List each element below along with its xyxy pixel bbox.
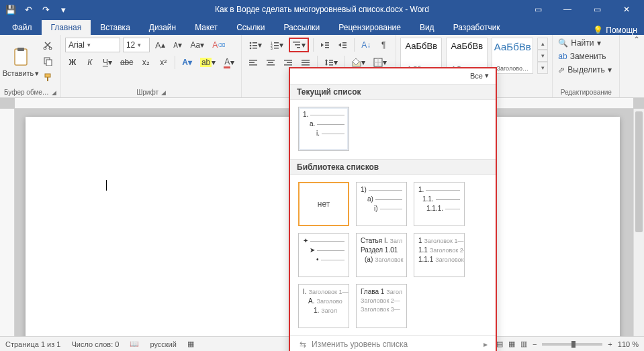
tab-insert[interactable]: Вставка [91, 20, 140, 35]
tile-lib-5[interactable]: 1Заголовок 1— 1.1Заголовок 2— 1.1.1Загол… [414, 233, 465, 277]
increase-indent-button[interactable] [335, 38, 350, 52]
redo-button[interactable]: ↷ [38, 2, 54, 17]
svg-point-8 [250, 42, 252, 44]
clipboard-dialog-launcher[interactable]: ◢ [52, 89, 56, 96]
svg-rect-32 [267, 60, 275, 61]
status-word-count[interactable]: Число слов: 0 [71, 340, 119, 348]
tab-mailings[interactable]: Рассылки [274, 20, 329, 35]
view-read-mode[interactable]: ▤ [496, 340, 503, 348]
qat-customize[interactable]: ▾ [55, 2, 71, 17]
status-page[interactable]: Страница 1 из 1 [5, 340, 60, 348]
change-list-level[interactable]: ⇆ Изменить уровень списка ▸ [290, 335, 496, 350]
font-name-combo[interactable]: Arial▾ [65, 38, 120, 52]
superscript-button[interactable]: x² [156, 55, 171, 70]
sort-button[interactable]: A↓ [359, 38, 373, 52]
vertical-scrollbar[interactable] [633, 109, 644, 336]
tile-current[interactable]: 1. a. i. [298, 107, 349, 151]
align-left-button[interactable] [246, 55, 261, 70]
tell-me-help[interactable]: 💡 Помощн [593, 26, 644, 35]
collapse-ribbon-button[interactable]: ⌃ [629, 35, 644, 97]
svg-rect-25 [325, 47, 329, 48]
change-case-button[interactable]: Aa▾ [188, 38, 208, 52]
tile-lib-1[interactable]: 1) a) i) [356, 182, 407, 226]
copy-button[interactable] [40, 54, 55, 68]
clipboard-icon [10, 46, 32, 68]
group-label-font: Шрифт [136, 89, 158, 96]
svg-rect-36 [287, 62, 292, 64]
tile-lib-2[interactable]: 1. 1.1. 1.1.1. [414, 182, 465, 226]
svg-rect-28 [342, 47, 347, 48]
subscript-button[interactable]: x₂ [138, 55, 153, 70]
select-button[interactable]: ⬀ Выделить▾ [557, 64, 615, 75]
status-spellcheck[interactable]: 📖 [130, 340, 139, 348]
cut-button[interactable] [40, 38, 55, 52]
cursor-icon: ⬀ [558, 65, 565, 74]
style-heading1[interactable]: АаБбВвЗаголово… [492, 38, 533, 74]
status-macro[interactable]: ▦ [187, 340, 194, 348]
tab-references[interactable]: Ссылки [227, 20, 274, 35]
svg-rect-9 [252, 42, 257, 44]
strikethrough-button[interactable]: abc [118, 55, 136, 70]
group-label-clipboard: Буфер обме… [4, 89, 49, 96]
svg-rect-39 [302, 62, 310, 64]
underline-button[interactable]: Ч▾ [100, 55, 115, 70]
ribbon-display-options[interactable]: ▭ [523, 0, 553, 19]
svg-rect-17 [274, 45, 279, 46]
chevron-down-icon: ▾ [485, 71, 489, 80]
close-button[interactable]: ✕ [612, 0, 641, 19]
tile-lib-3[interactable]: ✦ ➤ • [298, 233, 349, 277]
numbering-button[interactable]: 123▾ [267, 38, 286, 52]
svg-rect-11 [252, 45, 257, 46]
grow-font-button[interactable]: A▴ [152, 38, 168, 52]
bullets-button[interactable]: ▾ [246, 38, 265, 52]
tab-layout[interactable]: Макет [185, 20, 227, 35]
tile-lib-6[interactable]: I.Заголовок 1— A.Заголово 1.Загол [298, 284, 349, 328]
view-web-layout[interactable]: ▥ [520, 340, 527, 348]
save-button[interactable]: 💾 [3, 2, 19, 17]
zoom-level[interactable]: 110 % [618, 340, 639, 348]
font-dialog-launcher[interactable]: ◢ [161, 89, 166, 96]
zoom-slider[interactable] [542, 343, 602, 346]
view-print-layout[interactable]: ▦ [508, 340, 515, 348]
tile-none[interactable]: нет [298, 182, 349, 226]
decrease-indent-button[interactable] [318, 38, 332, 52]
minimize-button[interactable]: — [553, 0, 582, 19]
format-painter-button[interactable] [40, 70, 55, 85]
multilevel-list-dropdown: Все▾ Текущий список 1. a. i. Библиотека … [289, 67, 497, 351]
multilevel-list-button[interactable]: ▾ [289, 38, 309, 52]
svg-rect-30 [249, 62, 255, 64]
section-list-library: Библиотека списков [290, 159, 496, 175]
bold-button[interactable]: Ж [65, 55, 80, 70]
font-color-button[interactable]: A▾ [221, 55, 237, 70]
shrink-font-button[interactable]: A▾ [171, 38, 185, 52]
show-marks-button[interactable]: ¶ [376, 38, 391, 52]
tab-developer[interactable]: Разработчик [444, 20, 510, 35]
ribbon-tabs: Файл Главная Вставка Дизайн Макет Ссылки… [0, 19, 644, 35]
replace-button[interactable]: ab Заменить [557, 51, 615, 62]
list-filter-all[interactable]: Все▾ [470, 71, 489, 80]
tab-design[interactable]: Дизайн [140, 20, 185, 35]
styles-gallery-scroll[interactable]: ▴▾▾ [537, 38, 548, 74]
text-effects-button[interactable]: A▾ [179, 55, 195, 70]
svg-rect-35 [284, 60, 292, 61]
vertical-ruler[interactable] [0, 109, 15, 336]
status-language[interactable]: русский [150, 340, 176, 348]
clear-formatting-button[interactable]: A⌫ [210, 38, 228, 52]
zoom-in-button[interactable]: + [608, 340, 612, 348]
maximize-button[interactable]: ▭ [582, 0, 612, 19]
zoom-out-button[interactable]: − [533, 340, 537, 348]
font-size-combo[interactable]: 12▾ [123, 38, 150, 52]
group-editing: 🔍 Найти▾ ab Заменить ⬀ Выделить▾ Редакти… [553, 35, 620, 97]
tab-review[interactable]: Рецензирование [329, 20, 410, 35]
paste-button[interactable]: Вставить▾ [4, 45, 38, 78]
align-center-button[interactable] [263, 55, 278, 70]
tile-lib-7[interactable]: Глава 1Загол Заголовок 2— Заголовок 3— [356, 284, 407, 328]
undo-button[interactable]: ↶ [20, 2, 36, 17]
italic-button[interactable]: К [83, 55, 97, 70]
highlight-button[interactable]: ab▾ [197, 55, 218, 70]
find-button[interactable]: 🔍 Найти▾ [557, 38, 615, 48]
tab-file[interactable]: Файл [3, 20, 42, 35]
tile-lib-4[interactable]: Статья I.Загл Раздел 1.01 (a)Заголовок [356, 233, 407, 277]
tab-view[interactable]: Вид [410, 20, 444, 35]
tab-home[interactable]: Главная [42, 20, 91, 35]
